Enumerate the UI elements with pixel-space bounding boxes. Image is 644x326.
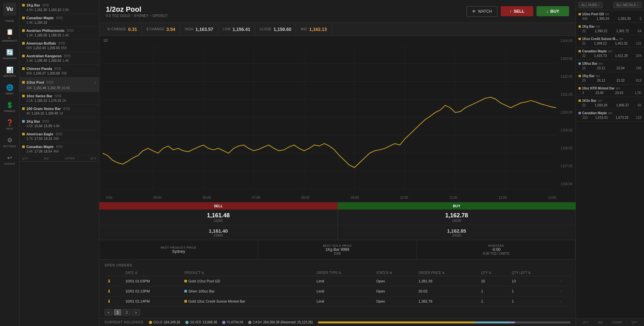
product-qty-bid: 4.5K bbox=[26, 8, 33, 12]
holdings-progress-bar bbox=[318, 321, 570, 323]
col-qty: QTY ⇅ bbox=[479, 270, 509, 276]
product-item-american-eagle[interactable]: American Eagle SYD 2.7K 17.54 19.19 349 bbox=[20, 130, 99, 143]
sidebar-item-news[interactable]: 🌐 NEWS bbox=[0, 81, 19, 98]
holdings-silver-val: 13,068.36 bbox=[203, 320, 217, 324]
sell-button[interactable]: ↑ SELL bbox=[501, 6, 533, 16]
product-item-chinese-panda[interactable]: Chinese Panda SYD 858 1,196.37 1,200.68 … bbox=[20, 65, 99, 77]
best-gold-price: BEST GOLD PRICE 1Kg Bar 9999 DXB bbox=[258, 240, 417, 259]
product-dot bbox=[22, 29, 25, 32]
buy-button[interactable]: ↓ BUY bbox=[537, 6, 569, 16]
product-name: Chinese Panda bbox=[26, 67, 52, 71]
holdings-silver: SILVER 13,068.36 bbox=[185, 320, 217, 324]
rp-exchange: BR bbox=[596, 75, 600, 78]
rp-item-canadian-maple-br2[interactable]: Canadian Maple BR 110 1,615.51 1,673.28 … bbox=[576, 109, 644, 122]
page-first[interactable]: « bbox=[105, 309, 112, 316]
all-metals-button[interactable]: ALL METALS ÷ bbox=[613, 2, 641, 8]
product-dot-gold bbox=[184, 300, 187, 303]
col-product: PRODUCT ⇅ bbox=[182, 270, 314, 276]
product-dot bbox=[22, 42, 25, 45]
rp-item-1kilo-bar[interactable]: 1Kilo Bar BR 22 1,593.28 1,606.37 66 bbox=[576, 97, 644, 109]
rp-item-halfoz-pool-gd[interactable]: 1/2oz Pool GD BR 440 1,390.24 1,391.39 3 bbox=[576, 10, 644, 23]
product-item-100gram-swiss[interactable]: 100 Gram Swiss Bar SYD 40 1,164.10 1,168… bbox=[20, 105, 99, 117]
sidebar-item-logout[interactable]: ↩ LOGOUT bbox=[0, 152, 19, 168]
order-expand[interactable]: › bbox=[558, 296, 570, 306]
bid-price-2: 1,161.40 25960 bbox=[209, 228, 228, 237]
news-icon: 🌐 bbox=[6, 84, 13, 91]
chart-y-label: 1158.00 bbox=[561, 146, 572, 150]
holdings-platinum-label: PLATINUM bbox=[227, 320, 243, 324]
order-qty-left: 1 bbox=[509, 286, 557, 296]
product-exchange: SYD bbox=[58, 42, 65, 45]
page-last[interactable]: » bbox=[132, 309, 140, 316]
col-icon bbox=[105, 270, 123, 276]
rp-item-1koz-cs[interactable]: 1Koz Credit Suisse M... BR 22 1,399.22 1… bbox=[576, 35, 644, 48]
app-trade-label: TRADE bbox=[5, 20, 14, 22]
holdings-title: CURRENT HOLDINGS bbox=[105, 320, 144, 324]
product-dot-gold bbox=[184, 280, 187, 282]
product-item-canadian-maple-1[interactable]: Canadian Maple SYD 1.4K 1,184.10 bbox=[20, 14, 99, 27]
rp-dot bbox=[579, 87, 581, 89]
progress-cash bbox=[515, 321, 570, 323]
eye-icon: 👁 bbox=[472, 9, 476, 14]
product-qty-bid: 2.7K bbox=[26, 137, 33, 141]
rp-qty-ask: 118 bbox=[636, 116, 641, 119]
bid-row2: 1,161.40 25960 bbox=[99, 225, 337, 240]
rp-item-10oz-ntr[interactable]: 10oz NTR Minted Dar BR 3 23.95 23.43 1.2… bbox=[576, 85, 644, 97]
product-item-1kgbar[interactable]: 1Kg Bar SYD 4.5K 1,161.30 1,163.10 3.5K bbox=[20, 1, 99, 14]
right-panel-header: ALL HUBS ÷ ALL METALS ÷ bbox=[576, 0, 644, 10]
stat-pct-change: % CHANGE 0.31 bbox=[103, 23, 142, 35]
rp-dot bbox=[579, 112, 581, 114]
invested: INVESTED -0.00 0.00 TOZ / UNITS bbox=[417, 240, 576, 259]
app-logo: Vu bbox=[3, 3, 16, 16]
sidebar-item-label: HELP bbox=[6, 127, 13, 130]
product-item-australian-kangaroo[interactable]: Australian Kangaroo SYD 1.4K 1,195.40 1,… bbox=[20, 52, 99, 65]
rp-ask: 1,401.02 bbox=[615, 42, 628, 45]
rp-qty-bid: 22 bbox=[582, 29, 586, 33]
sidebar-item-reports[interactable]: 📊 REPORTS bbox=[0, 64, 19, 80]
stat-high-label: HIGH bbox=[185, 27, 193, 31]
all-hubs-button[interactable]: ALL HUBS ÷ bbox=[579, 2, 603, 8]
gold-dot bbox=[149, 321, 152, 324]
product-item-canadian-maple-2[interactable]: Canadian Maple SYD 3.4K 17.09 18.54 464 bbox=[20, 143, 99, 156]
stat-close: CLOSE 1,158.60 bbox=[255, 23, 296, 35]
product-item-american-buffalo[interactable]: American Buffalo SYD 609 1,202.43 1,206.… bbox=[20, 39, 99, 52]
product-dot bbox=[22, 107, 25, 110]
stat-low-value: 1,156.41 bbox=[233, 27, 250, 32]
rp-item-1kgbar-br2[interactable]: 1Kg Bar BR 20 26.12 23.32 619 bbox=[576, 72, 644, 85]
order-row-1[interactable]: ⬇ 10/01 01:03PM Gold 1/2oz Pool GD Limit… bbox=[105, 276, 570, 286]
order-price: 1,391.39 bbox=[416, 276, 479, 286]
chart-x-label: 09:00 bbox=[351, 196, 359, 199]
sidebar-item-finance[interactable]: 💲 FINANCE bbox=[0, 99, 19, 115]
page-2[interactable]: 2 bbox=[123, 309, 131, 316]
best-product-val: Sydney bbox=[172, 249, 185, 254]
product-item-10oz-swiss-bar[interactable]: 10oz Swiss Bar SYD 2.1K 1,166.15 1,174.1… bbox=[20, 92, 99, 105]
stat-dollar-value: 3.54 bbox=[166, 27, 175, 32]
rp-item-1kgbar-br[interactable]: 1Kg Bar BR 22 1,390.22 1,391.72 64 bbox=[576, 23, 644, 35]
watch-button[interactable]: 👁 WATCH bbox=[466, 6, 497, 17]
sidebar-item-help[interactable]: ❓ HELP bbox=[0, 116, 19, 133]
sidebar-item-ewarrants[interactable]: 📋 E-WARRANTS bbox=[0, 26, 19, 45]
progress-gold bbox=[318, 321, 474, 323]
product-item-halfoz-pool[interactable]: 1/2oz Pool SYD › 16K 1,161.48 1,162.78 1… bbox=[20, 77, 99, 92]
expand-arrow[interactable]: › bbox=[95, 79, 96, 85]
order-row-2[interactable]: ⬇ 10/01 01:13PM Silver 100oz Bar Limit O… bbox=[105, 286, 570, 296]
order-row-3[interactable]: ⬇ 10/01 01:14PM Gold 10oz Credit Suisse … bbox=[105, 296, 570, 306]
sidebar-item-settings[interactable]: ⚙ SETTINGS bbox=[0, 134, 19, 150]
product-ask: 1,200.50 bbox=[49, 59, 61, 62]
rp-item-canadian-maple-br[interactable]: Canadian Maple BR 22 1,415.73 1,421.28 2… bbox=[576, 48, 644, 60]
rp-bid: 1,415.73 bbox=[594, 54, 607, 58]
sidebar-item-transfer[interactable]: 🔄 TRANSFER bbox=[0, 46, 19, 62]
sidebar-item-label: FINANCE bbox=[4, 110, 15, 113]
order-expand[interactable]: › bbox=[558, 286, 570, 296]
product-ask: 19.19 bbox=[44, 137, 52, 141]
product-item-1kgbar-silver[interactable]: 1Kg Bar SYD 4.5K 15.84 15.99 4.8K bbox=[20, 117, 99, 130]
page-1[interactable]: 1 bbox=[114, 309, 122, 316]
rp-item-100oz-bar[interactable]: 100oz Bar BR 15 23.11 23.04 196 bbox=[576, 60, 644, 72]
order-product: Gold 1/2oz Pool GD bbox=[182, 276, 314, 286]
chart-y-axis: 1164.00 1163.00 1162.00 1161.00 1160.00 … bbox=[561, 36, 572, 189]
chart-y-label: 1159.00 bbox=[561, 129, 572, 132]
order-expand[interactable]: › bbox=[558, 276, 570, 286]
product-item-austrian[interactable]: Austrian Philharmonic SYD 1.3K 1,185.06 … bbox=[20, 27, 99, 39]
bid-row1: 1,161.48 16005 bbox=[99, 210, 337, 225]
buy-header: BUY bbox=[338, 202, 576, 210]
